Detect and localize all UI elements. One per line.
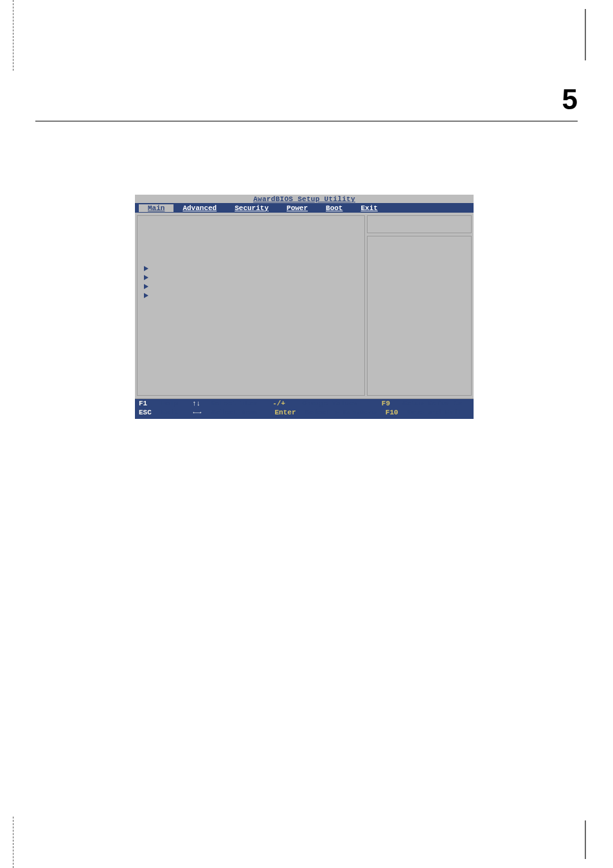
tab-main[interactable]: Main <box>139 204 173 212</box>
bios-footer: F1 Help ↑↓ Select Item -/+ Change Values… <box>135 399 474 419</box>
tab-power[interactable]: Power <box>278 204 317 212</box>
updown-key: ↑↓ <box>192 400 200 407</box>
f9-key: F9 <box>382 400 390 407</box>
tab-advanced[interactable]: Advanced <box>173 204 226 212</box>
select-submenu-label: Select ▸ Sub-Menu <box>305 409 377 416</box>
bios-body <box>135 213 474 399</box>
enter-key: Enter <box>275 409 296 416</box>
horizontal-rule <box>35 121 578 121</box>
triangle-marker-icon <box>144 284 148 289</box>
bios-title: AwardBIOS Setup Utility <box>135 195 474 203</box>
tab-security[interactable]: Security <box>226 204 278 212</box>
leftright-key: ←→ <box>193 409 201 416</box>
change-values-label: Change Values <box>302 400 357 407</box>
triangle-marker-icon <box>144 266 148 271</box>
bios-help-header-panel <box>367 215 472 233</box>
vertical-mark-bottom-right <box>585 820 586 859</box>
vertical-mark-top-right <box>585 9 586 60</box>
exit-label: Exit <box>161 409 178 416</box>
tab-exit[interactable]: Exit <box>351 204 386 212</box>
help-label: Help <box>161 400 178 407</box>
page-number: 5 <box>562 84 578 116</box>
bios-left-panel <box>137 215 365 396</box>
save-exit-label: Save and Exit <box>407 409 462 416</box>
select-menu-label: Select Menu <box>212 409 259 416</box>
f10-key: F10 <box>386 409 398 416</box>
dashed-line-top-left <box>13 0 13 71</box>
triangle-marker-icon <box>144 275 148 280</box>
bios-help-body-panel <box>367 236 472 396</box>
tab-boot[interactable]: Boot <box>317 204 351 212</box>
bios-screenshot: AwardBIOS Setup Utility Main Advanced Se… <box>135 195 474 419</box>
esc-key: ESC <box>139 409 152 416</box>
triangle-marker-icon <box>144 293 148 298</box>
bios-footer-row-1: F1 Help ↑↓ Select Item -/+ Change Values… <box>139 400 470 409</box>
setup-defaults-label: Setup Defaults <box>403 400 462 407</box>
f1-key: F1 <box>139 400 147 407</box>
bios-footer-row-2: ESC Exit ←→ Select Menu Enter Select ▸ S… <box>139 409 470 418</box>
bios-tab-bar: Main Advanced Security Power Boot Exit <box>135 203 474 213</box>
minus-plus-key: -/+ <box>272 400 285 407</box>
dashed-line-bottom-left <box>13 817 13 868</box>
select-item-label: Select Item <box>211 400 258 407</box>
bios-right-column <box>367 215 472 396</box>
